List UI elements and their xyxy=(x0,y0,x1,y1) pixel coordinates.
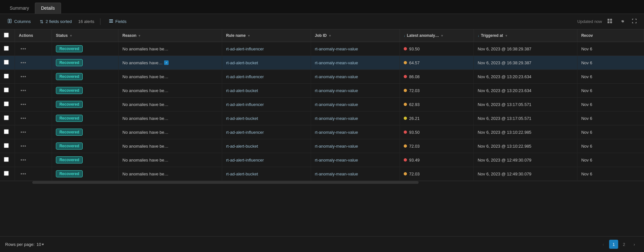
columns-button[interactable]: Columns xyxy=(5,17,33,26)
col-header-actions[interactable]: Actions xyxy=(15,29,52,42)
row-anomaly-cell: 62.93 xyxy=(400,98,473,111)
rulename-col-chevron: ▾ xyxy=(248,34,250,37)
anomaly-sort-icon: ↓ xyxy=(404,34,405,37)
dot2 xyxy=(23,145,24,147)
tab-details[interactable]: Details xyxy=(35,3,61,14)
row-checkbox-cell[interactable] xyxy=(0,125,15,139)
status-col-chevron: ▾ xyxy=(70,34,72,37)
fullscreen-button[interactable] xyxy=(630,17,639,26)
status-badge: Recovered xyxy=(56,115,83,122)
row-checkbox[interactable] xyxy=(4,74,9,79)
row-anomaly-cell: 72.03 xyxy=(400,84,473,98)
rows-per-page-label: Rows per page: xyxy=(5,242,35,247)
reason-text: No anomalies have be… xyxy=(122,158,168,163)
row-actions-menu[interactable] xyxy=(19,158,48,162)
edit-icon[interactable]: ✓ xyxy=(164,60,169,65)
rulename-col-label: Rule name xyxy=(226,33,246,38)
row-actions-menu[interactable] xyxy=(19,131,48,134)
row-actions-menu[interactable] xyxy=(19,103,48,106)
reason-col-chevron: ▾ xyxy=(139,34,140,37)
row-checkbox[interactable] xyxy=(4,46,9,51)
row-checkbox[interactable] xyxy=(4,129,9,134)
row-checkbox-cell[interactable] xyxy=(0,84,15,98)
rows-per-page-select[interactable]: 10 ▾ xyxy=(36,242,44,247)
status-badge: Recovered xyxy=(56,156,83,163)
col-header-anomaly[interactable]: ↓ Latest anomaly… ▾ xyxy=(400,29,473,42)
row-actions-menu[interactable] xyxy=(19,172,48,175)
row-actions-menu[interactable] xyxy=(19,47,48,50)
col-header-rulename[interactable]: Rule name ▾ xyxy=(222,29,311,42)
row-actions-menu[interactable] xyxy=(19,89,48,92)
col-header-checkbox[interactable] xyxy=(0,29,15,42)
row-actions-cell[interactable] xyxy=(15,42,52,56)
row-checkbox[interactable] xyxy=(4,101,9,106)
row-actions-cell[interactable] xyxy=(15,70,52,84)
page-2-button[interactable]: 2 xyxy=(619,240,628,249)
col-header-status[interactable]: Status ▾ xyxy=(52,29,118,42)
table-body: Recovered No anomalies have be… rt-ad-al… xyxy=(0,42,644,181)
row-actions-menu[interactable] xyxy=(19,61,48,64)
grid-view-button[interactable] xyxy=(605,17,614,26)
triggered-sort-icon: ↓ xyxy=(478,34,479,37)
row-checkbox-cell[interactable] xyxy=(0,42,15,56)
row-checkbox-cell[interactable] xyxy=(0,98,15,111)
row-actions-cell[interactable] xyxy=(15,84,52,98)
row-checkbox-cell[interactable] xyxy=(0,167,15,181)
row-recov-cell: Nov 6 xyxy=(577,56,644,70)
table-row: Recovered No anomalies have be… rt-ad-al… xyxy=(0,125,644,139)
row-checkbox[interactable] xyxy=(4,157,9,162)
row-checkbox-cell[interactable] xyxy=(0,111,15,125)
toolbar-right: Updated now xyxy=(577,17,639,26)
row-checkbox-cell[interactable] xyxy=(0,56,15,70)
fields-button[interactable]: Fields xyxy=(106,17,129,26)
page-1-button[interactable]: 1 xyxy=(609,240,618,249)
row-reason-cell: No anomalies have be… xyxy=(119,70,222,84)
select-all-checkbox[interactable] xyxy=(4,33,9,37)
col-header-recov[interactable]: Recov xyxy=(577,29,644,42)
col-header-reason[interactable]: Reason ▾ xyxy=(119,29,222,42)
row-actions-cell[interactable] xyxy=(15,111,52,125)
col-header-jobid[interactable]: Job ID ▾ xyxy=(311,29,400,42)
row-actions-menu[interactable] xyxy=(19,144,48,148)
row-actions-cell[interactable] xyxy=(15,98,52,111)
prev-page-button[interactable]: ‹ xyxy=(599,240,608,249)
row-jobid-cell: rt-anomaly-mean-value xyxy=(311,153,400,167)
row-checkbox[interactable] xyxy=(4,143,9,148)
anomaly-dot xyxy=(404,75,407,78)
dot3 xyxy=(25,159,26,161)
row-checkbox-cell[interactable] xyxy=(0,70,15,84)
row-anomaly-cell: 64.57 xyxy=(400,56,473,70)
next-page-button[interactable]: › xyxy=(630,240,639,249)
row-triggered-cell: Nov 6, 2023 @ 13:20:23.634 xyxy=(473,84,577,98)
row-checkbox-cell[interactable] xyxy=(0,153,15,167)
table-row: Recovered No anomalies have be… rt-ad-al… xyxy=(0,167,644,181)
status-badge: Recovered xyxy=(56,45,83,52)
row-rulename-cell: rt-ad-alert-influencer xyxy=(222,42,311,56)
row-checkbox[interactable] xyxy=(4,60,9,65)
anomaly-dot xyxy=(404,172,407,175)
row-actions-cell[interactable] xyxy=(15,167,52,181)
row-checkbox[interactable] xyxy=(4,171,9,176)
row-checkbox[interactable] xyxy=(4,88,9,92)
row-rulename-cell: rt-ad-alert-bucket xyxy=(222,167,311,181)
row-actions-cell[interactable] xyxy=(15,125,52,139)
anomaly-dot xyxy=(404,61,407,64)
anomaly-dot xyxy=(404,144,407,148)
row-actions-cell[interactable] xyxy=(15,153,52,167)
row-actions-cell[interactable] xyxy=(15,56,52,70)
row-actions-menu[interactable] xyxy=(19,75,48,78)
col-header-triggered[interactable]: ↓ Triggered at ▾ xyxy=(473,29,577,42)
sorted-button[interactable]: ⇅ 2 fields sorted xyxy=(37,18,74,26)
status-badge: Recovered xyxy=(56,101,83,108)
row-checkbox[interactable] xyxy=(4,115,9,120)
tab-summary[interactable]: Summary xyxy=(4,3,35,13)
row-checkbox-cell[interactable] xyxy=(0,139,15,153)
svg-rect-1 xyxy=(10,19,11,23)
svg-rect-6 xyxy=(610,19,612,21)
status-badge: Recovered xyxy=(56,129,83,136)
fields-icon xyxy=(109,19,113,24)
row-actions-cell[interactable] xyxy=(15,139,52,153)
row-actions-menu[interactable] xyxy=(19,117,48,120)
settings-button[interactable] xyxy=(618,17,627,26)
svg-rect-8 xyxy=(610,21,612,23)
